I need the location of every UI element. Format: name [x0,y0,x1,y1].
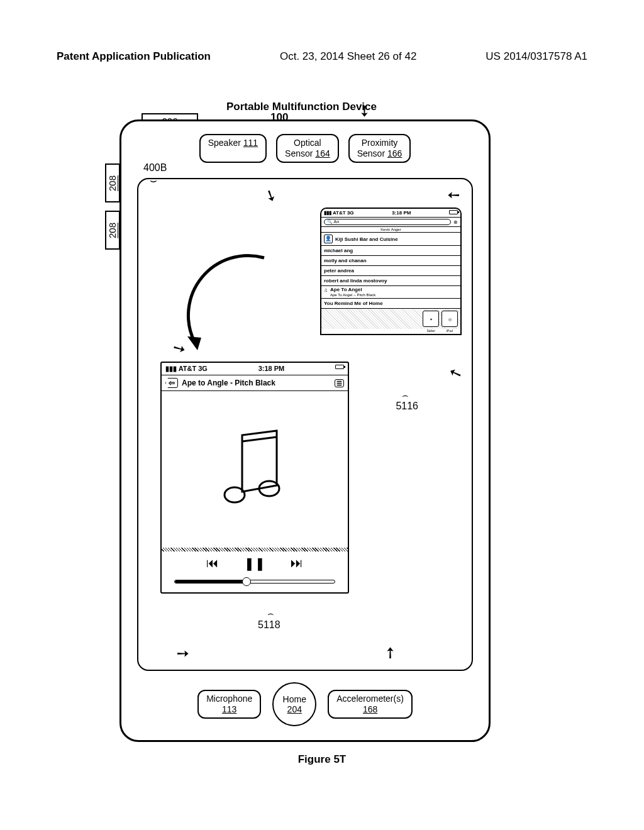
progress-scrub-strip[interactable] [162,548,348,551]
ipod-label: iPod [441,329,458,333]
search-text: An [334,219,340,224]
accel-num: 168 [336,704,404,715]
time-small: 3:18 PM [392,210,411,216]
ref-5118: 5118 [258,619,280,631]
gesture-arrow-icon: ➘ [172,643,193,664]
gesture-arrow-icon: ➘ [261,185,280,206]
accelerometer-label: Accelerometer(s) 168 [328,690,413,719]
tracklist-button[interactable]: ☰ [335,379,344,387]
home-text: Home [283,694,306,704]
ref-208-a: 208 [105,163,120,202]
optical-num: 164 [315,148,330,158]
dock: ✶ ◎ [321,309,460,329]
result-row[interactable]: peter andrea [321,266,460,276]
rotation-arrow-icon [176,242,289,380]
mic-text: Microphone [206,694,252,704]
svg-marker-0 [187,336,201,350]
result-label: molly and chanan [324,258,367,263]
home-num: 204 [287,704,302,714]
status-bar-small: ▮▮▮ AT&T 3G 3:18 PM [321,209,460,218]
header-center: Oct. 23, 2014 Sheet 26 of 42 [280,50,416,63]
slider-fill [175,580,247,583]
mic-num: 113 [206,704,252,715]
leader-5116: ⌢ [402,390,409,401]
ref-208-b: 208 [105,211,120,250]
now-playing-title: Ape to Angle - Pitch Black [182,379,275,387]
speaker-text: Speaker [208,138,241,148]
search-results-panel: ▮▮▮ AT&T 3G 3:18 PM 🔍 An ⊗ Kevin Anger 👤… [320,208,462,335]
ref-400b: 400B [143,162,167,174]
svg-point-2 [225,487,245,502]
clear-search-icon[interactable]: ⊗ [453,219,458,225]
battery-icon [449,210,458,214]
pause-button[interactable]: ❚❚ [244,556,265,571]
figure-label: Figure 5T [0,753,644,766]
slider-knob[interactable] [242,577,251,586]
gesture-arrow-icon: ➘ [443,185,465,206]
page-header: Patent Application Publication Oct. 23, … [57,50,587,63]
result-label: You Remind Me of Home [324,301,383,306]
gesture-arrow-icon: ➘ [447,363,464,384]
now-playing-header: ⇦ Ape to Angle - Pitch Black ☰ [162,375,348,391]
gesture-arrow-icon: ➘ [379,643,401,664]
header-left: Patent Application Publication [57,50,211,63]
contact-icon: 👤 [324,235,333,243]
prox-line2: Sensor [357,148,385,158]
time-label: 3:18 PM [258,365,285,373]
touch-screen[interactable]: ➘ ➘ ➘ ➘ ➘ ➘ ▮▮▮ AT&T 3G 3:18 PM 🔍 An ⊗ K… [137,178,473,671]
carrier-small: AT&T 3G [333,210,354,216]
volume-slider[interactable] [162,576,348,592]
top-sensor-row: Speaker 111 Optical Sensor 164 Proximity… [121,134,489,163]
leader-5118: ⌢ [267,608,274,619]
prox-num: 166 [387,148,402,158]
result-label: robert and linda mostovoy [324,278,387,284]
speaker-label: Speaker 111 [199,134,267,163]
result-label: Kiji Sushi Bar and Cuisine [335,236,398,242]
result-row[interactable]: michael ang [321,246,460,256]
battery-icon [335,365,344,369]
dock-labels: Safari iPod [321,329,460,334]
result-label: michael ang [324,248,353,253]
music-icon: ♫ [324,287,328,297]
media-result-row[interactable]: ♫ Ape To Angel Ape To Angel -- Pitch Bla… [321,286,460,299]
back-button[interactable]: ⇦ [165,378,178,388]
search-bar[interactable]: 🔍 An ⊗ [321,218,460,227]
slider-track [174,580,335,584]
media-subtitle: Ape To Angel -- Pitch Black [330,293,375,297]
search-input[interactable]: 🔍 An [324,219,451,225]
playback-controls: ⏮ ❚❚ ⏭ [162,548,348,576]
result-row[interactable]: You Remind Me of Home [321,299,460,309]
optical-line2: Sensor [285,148,313,158]
header-right: US 2014/0317578 A1 [486,50,587,63]
now-playing-panel: ▮▮▮ AT&T 3G 3:18 PM ⇦ Ape to Angle - Pit… [160,362,349,594]
status-bar: ▮▮▮ AT&T 3G 3:18 PM [162,363,348,375]
result-label: peter andrea [324,268,354,274]
signal-icon: ▮▮▮ AT&T 3G [165,365,208,373]
ipod-icon[interactable]: ◎ [441,311,458,327]
device-body: Speaker 111 Optical Sensor 164 Proximity… [119,119,491,742]
microphone-label: Microphone 113 [197,690,261,719]
bottom-hardware-row: Microphone 113 Home 204 Accelerometer(s)… [121,682,489,726]
accel-text: Accelerometer(s) [336,694,404,704]
result-row[interactable]: robert and linda mostovoy [321,276,460,286]
safari-icon[interactable]: ✶ [423,311,439,327]
signal-icon: ▮▮▮ AT&T 3G [324,210,354,216]
carrier-label: AT&T 3G [179,365,208,372]
optical-line1: Optical [285,138,330,148]
proximity-sensor-label: Proximity Sensor 166 [348,134,411,163]
album-art-area[interactable] [162,391,348,548]
music-note-icon [217,426,292,514]
optical-sensor-label: Optical Sensor 164 [276,134,339,163]
safari-label: Safari [423,329,439,333]
prox-line1: Proximity [357,138,402,148]
home-button[interactable]: Home 204 [272,682,316,726]
previous-button[interactable]: ⏮ [206,556,219,571]
media-title: Ape To Angel [330,287,375,293]
result-row[interactable]: molly and chanan [321,256,460,266]
svg-line-1 [242,437,277,441]
ref-5116: 5116 [396,401,418,412]
cutoff-row: Kevin Anger [321,227,460,233]
speaker-num: 111 [243,138,258,148]
result-row[interactable]: 👤 Kiji Sushi Bar and Cuisine [321,233,460,246]
next-button[interactable]: ⏭ [291,556,303,571]
